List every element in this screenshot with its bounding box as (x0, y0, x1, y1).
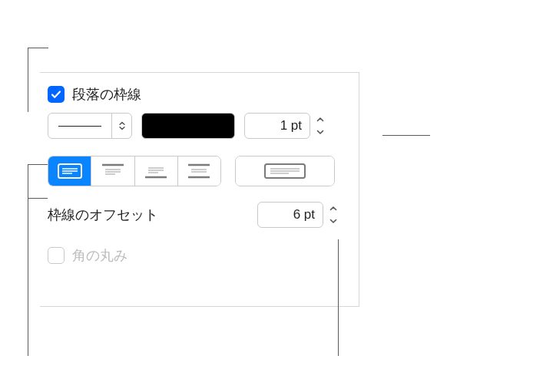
border-top-icon (100, 163, 126, 180)
callout-leader (28, 48, 28, 112)
border-offset-row: 枠線のオフセット (40, 202, 359, 228)
border-position-bottom[interactable] (134, 156, 177, 186)
border-offset-field[interactable] (257, 202, 323, 228)
border-offset-stepper (257, 202, 340, 228)
chevron-up-icon (316, 117, 324, 123)
border-color-well[interactable] (141, 113, 235, 139)
border-top-bottom-icon (186, 163, 212, 180)
line-style-picker[interactable] (48, 113, 132, 139)
chevron-down-icon (316, 129, 324, 135)
chevron-down-icon (329, 218, 337, 224)
paragraph-borders-panel: 段落の枠線 (40, 72, 359, 307)
border-position-top[interactable] (91, 156, 134, 186)
border-outline-icon (263, 162, 307, 180)
border-offset-step-up[interactable] (326, 203, 340, 214)
line-style-dropdown-button[interactable] (111, 114, 131, 138)
checkmark-icon (50, 88, 62, 100)
border-all-icon (57, 163, 83, 180)
callout-leader (382, 135, 430, 136)
rounded-corners-row: 角の丸み (40, 246, 359, 265)
border-style-controls (40, 113, 359, 139)
line-icon (58, 126, 101, 127)
chevron-up-down-icon (118, 121, 127, 130)
border-bottom-icon (143, 163, 169, 180)
border-position-row (40, 156, 359, 186)
chevron-up-icon (329, 206, 337, 212)
line-style-preview (48, 114, 111, 138)
border-offset-label: 枠線のオフセット (48, 206, 158, 224)
callout-leader (28, 164, 28, 356)
callout-leader (338, 239, 339, 356)
rounded-corners-checkbox[interactable] (48, 247, 65, 264)
line-weight-stepper (244, 113, 327, 139)
paragraph-borders-checkbox-row: 段落の枠線 (40, 85, 359, 104)
paragraph-borders-checkbox[interactable] (48, 86, 65, 103)
border-position-all[interactable] (48, 156, 91, 186)
callout-leader (28, 48, 48, 48)
border-position-group (48, 156, 221, 186)
line-weight-field[interactable] (244, 113, 310, 139)
border-offset-step-down[interactable] (326, 216, 340, 226)
line-weight-step-up[interactable] (313, 114, 327, 125)
border-position-top-bottom[interactable] (177, 156, 220, 186)
callout-leader (28, 198, 48, 199)
rounded-corners-label: 角の丸み (72, 246, 127, 265)
callout-leader (28, 164, 48, 165)
border-position-group-outline (235, 156, 335, 186)
border-position-outline[interactable] (236, 156, 334, 186)
paragraph-borders-label: 段落の枠線 (72, 85, 141, 104)
line-weight-step-down[interactable] (313, 127, 327, 137)
